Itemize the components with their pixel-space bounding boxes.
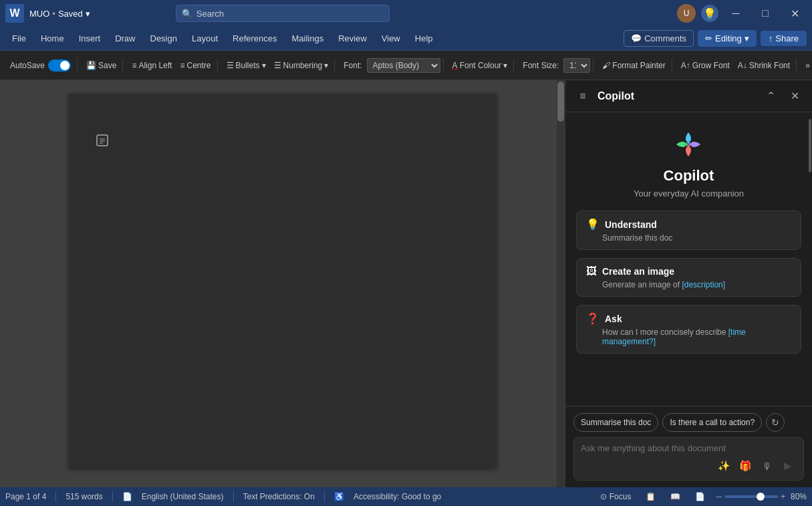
zoom-plus-icon[interactable]: + bbox=[781, 492, 785, 501]
lightbulb-icon[interactable]: 💡 bbox=[701, 5, 718, 22]
grow-font-label: Grow Font bbox=[692, 61, 730, 70]
create-image-icon: 🖼 bbox=[586, 265, 597, 277]
more-tools-button[interactable]: » bbox=[802, 59, 812, 72]
sparkle-icon[interactable]: ✨ bbox=[715, 457, 732, 475]
menu-mailings[interactable]: Mailings bbox=[285, 31, 331, 46]
menu-bar: File Home Insert Draw Design Layout Refe… bbox=[0, 27, 812, 51]
chat-input[interactable] bbox=[581, 443, 797, 453]
view-layout-button[interactable]: 📋 bbox=[642, 491, 660, 503]
card-ask-header: ❓ Ask bbox=[586, 312, 791, 325]
cursor-icon bbox=[96, 134, 109, 147]
bullets-chevron: ▾ bbox=[262, 61, 266, 70]
copilot-panel: ≡ Copilot ⌃ ✕ bbox=[565, 80, 812, 487]
share-button[interactable]: ↑ Share bbox=[761, 31, 807, 46]
bullets-button[interactable]: ☰ Bullets ▾ bbox=[223, 59, 269, 72]
zoom-thumb[interactable] bbox=[757, 493, 765, 501]
copilot-menu-icon[interactable]: ≡ bbox=[573, 87, 592, 106]
word-logo: W bbox=[5, 4, 24, 23]
menu-review[interactable]: Review bbox=[331, 31, 374, 46]
align-group: ≡ Align Left ≡ Centre bbox=[126, 59, 217, 72]
align-left-button[interactable]: ≡ Align Left bbox=[128, 59, 175, 72]
centre-button[interactable]: ≡ Centre bbox=[176, 59, 214, 72]
title-chevron[interactable]: ▾ bbox=[86, 9, 90, 19]
copilot-scroll-thumb[interactable] bbox=[809, 119, 811, 172]
menu-view[interactable]: View bbox=[375, 31, 407, 46]
copilot-footer: Summarise this doc Is there a call to ac… bbox=[565, 406, 812, 487]
copilot-collapse-button[interactable]: ⌃ bbox=[761, 87, 780, 106]
focus-button[interactable]: ⊙ Focus bbox=[596, 491, 636, 503]
copilot-scrollbar[interactable] bbox=[808, 112, 812, 407]
font-color-chevron: ▾ bbox=[503, 61, 507, 70]
search-icon: 🔍 bbox=[182, 9, 192, 19]
minimize-button[interactable]: ─ bbox=[724, 3, 748, 24]
save-label: Save bbox=[98, 61, 116, 70]
zoom-minus-icon[interactable]: ─ bbox=[716, 492, 722, 501]
quick-btn-action[interactable]: Is there a call to action? bbox=[662, 413, 762, 432]
font-color-icon: A bbox=[452, 61, 458, 70]
shrink-font-button[interactable]: A↓ Shrink Font bbox=[734, 59, 793, 72]
menu-design[interactable]: Design bbox=[144, 31, 184, 46]
copilot-card-ask[interactable]: ❓ Ask How can I more concisely describe … bbox=[576, 305, 801, 354]
comments-button[interactable]: 💬 Comments bbox=[624, 30, 694, 47]
autosave-switch[interactable] bbox=[48, 59, 71, 72]
create-desc: Generate an image of [description] bbox=[586, 280, 791, 289]
view-reading-button[interactable]: 📖 bbox=[666, 491, 684, 503]
menu-home[interactable]: Home bbox=[34, 31, 71, 46]
font-color-button[interactable]: A Font Colour ▾ bbox=[449, 59, 511, 72]
menu-draw[interactable]: Draw bbox=[108, 31, 142, 46]
title-search[interactable]: 🔍 Search bbox=[176, 5, 390, 22]
zoom-track[interactable] bbox=[724, 495, 778, 498]
centre-label: Centre bbox=[186, 61, 211, 70]
zoom-control[interactable]: ─ + 80% bbox=[716, 492, 807, 501]
grow-font-button[interactable]: A↑ Grow Font bbox=[678, 59, 733, 72]
editing-button[interactable]: ✏ Editing ▾ bbox=[698, 30, 757, 47]
understand-desc: Summarise this doc bbox=[586, 233, 791, 243]
menu-layout[interactable]: Layout bbox=[185, 31, 225, 46]
copilot-close-button[interactable]: ✕ bbox=[785, 87, 804, 106]
microphone-icon[interactable]: 🎙 bbox=[758, 457, 775, 475]
font-color-label: Font Colour bbox=[460, 61, 502, 70]
save-group: 💾 Save bbox=[80, 59, 123, 72]
numbering-button[interactable]: ☰ Numbering ▾ bbox=[271, 59, 332, 72]
copilot-card-create-image[interactable]: 🖼 Create an image Generate an image of [… bbox=[576, 258, 801, 297]
gift-icon[interactable]: 🎁 bbox=[736, 457, 754, 475]
copilot-subtitle: Your everyday AI companion bbox=[634, 188, 744, 199]
close-button[interactable]: ✕ bbox=[783, 3, 807, 24]
quick-btn-summarise[interactable]: Summarise this doc bbox=[573, 413, 658, 432]
copilot-brand-name: Copilot bbox=[664, 167, 714, 184]
menu-insert[interactable]: Insert bbox=[72, 31, 108, 46]
document-page[interactable] bbox=[69, 94, 497, 468]
align-left-icon: ≡ bbox=[132, 61, 136, 70]
autosave-toggle[interactable]: AutoSave bbox=[7, 57, 74, 74]
lang-icon: 📄 bbox=[122, 492, 132, 501]
menu-help[interactable]: Help bbox=[408, 31, 440, 46]
font-selector[interactable]: Aptos (Body) bbox=[367, 58, 440, 73]
editing-chevron: ▾ bbox=[745, 33, 749, 43]
scroll-thumb[interactable] bbox=[557, 82, 564, 122]
scrollbar[interactable] bbox=[557, 80, 565, 487]
document-area[interactable] bbox=[0, 80, 565, 487]
format-painter-button[interactable]: 🖌 Format Painter bbox=[599, 59, 668, 72]
centre-icon: ≡ bbox=[180, 61, 184, 70]
quick-buttons-row: Summarise this doc Is there a call to ac… bbox=[573, 413, 804, 432]
toolbar: AutoSave 💾 Save ≡ Align Left ≡ Centre ☰ … bbox=[0, 51, 812, 80]
menu-references[interactable]: References bbox=[226, 31, 283, 46]
avatar[interactable]: U bbox=[677, 4, 696, 23]
font-color-group: A Font Colour ▾ bbox=[446, 59, 515, 72]
editing-label: Editing bbox=[715, 33, 742, 43]
maximize-button[interactable]: □ bbox=[753, 3, 777, 24]
menu-file[interactable]: File bbox=[5, 31, 33, 46]
accessibility-icon: ♿ bbox=[334, 492, 344, 501]
view-web-button[interactable]: 📄 bbox=[691, 491, 709, 503]
send-button[interactable]: ▶ bbox=[779, 457, 797, 475]
save-button[interactable]: 💾 Save bbox=[83, 59, 120, 72]
bullets-icon: ☰ bbox=[227, 61, 234, 70]
title-dot: • bbox=[52, 9, 55, 19]
font-size-selector[interactable]: 11 bbox=[563, 58, 590, 73]
svg-rect-0 bbox=[97, 135, 108, 146]
saved-status: Saved bbox=[58, 9, 83, 19]
refresh-suggestions-button[interactable]: ↻ bbox=[766, 413, 785, 432]
status-sep-4 bbox=[324, 491, 325, 502]
copilot-card-understand[interactable]: 💡 Understand Summarise this doc bbox=[576, 211, 801, 250]
understand-title: Understand bbox=[605, 219, 657, 230]
